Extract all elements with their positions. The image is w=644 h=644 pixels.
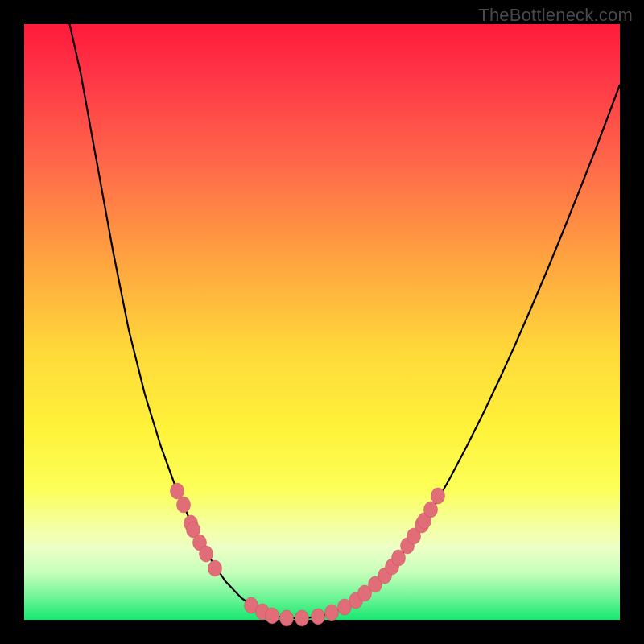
- data-point: [200, 546, 213, 562]
- data-point: [171, 483, 184, 499]
- chart-frame: TheBottleneck.com: [0, 0, 644, 644]
- data-point: [295, 610, 309, 626]
- data-point: [431, 488, 445, 504]
- chart-overlay: [24, 24, 620, 620]
- data-points-group: [171, 483, 445, 626]
- data-point: [266, 608, 279, 624]
- data-point: [424, 502, 438, 518]
- data-point: [325, 605, 339, 621]
- watermark-text: TheBottleneck.com: [478, 5, 633, 26]
- bottleneck-curve: [66, 8, 620, 618]
- data-point: [280, 610, 294, 626]
- data-point: [312, 609, 325, 625]
- data-point: [177, 497, 191, 513]
- data-point: [208, 560, 222, 576]
